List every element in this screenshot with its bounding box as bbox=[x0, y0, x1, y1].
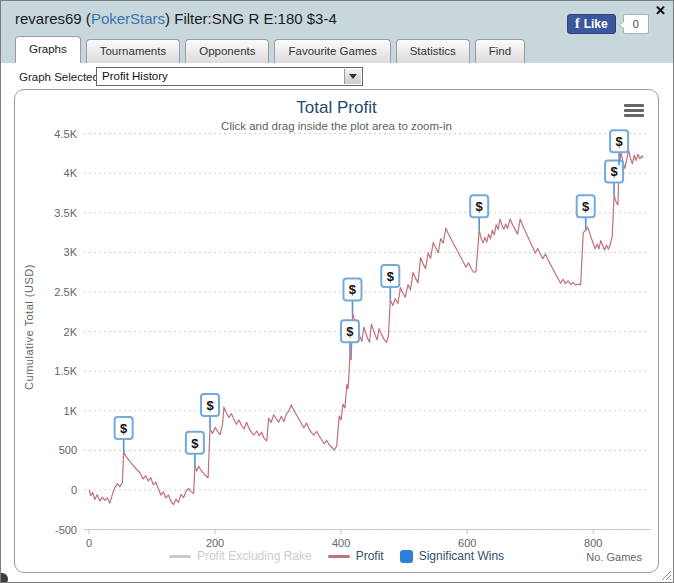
pokerstars-link[interactable]: PokerStars bbox=[91, 10, 165, 27]
facebook-like-count: 0 bbox=[623, 14, 649, 34]
profit-chart-svg[interactable]: -50005001K1.5K2K2.5K3K3.5K4K4.5K02004006… bbox=[15, 90, 660, 574]
svg-text:$: $ bbox=[615, 134, 623, 149]
y-tick-label: 2.5K bbox=[54, 286, 77, 298]
resize-grip[interactable] bbox=[661, 570, 672, 581]
player-name: revares69 ( bbox=[15, 10, 91, 27]
legend-line-icon bbox=[169, 555, 191, 558]
tab-favourite-games[interactable]: Favourite Games bbox=[274, 39, 390, 63]
facebook-like-label: Like bbox=[584, 17, 608, 31]
svg-text:$: $ bbox=[191, 436, 199, 451]
significant-win-marker[interactable]: $ bbox=[470, 195, 488, 230]
tab-statistics[interactable]: Statistics bbox=[396, 39, 470, 63]
svg-text:$: $ bbox=[476, 199, 484, 214]
y-tick-label: 4.5K bbox=[54, 128, 77, 140]
svg-text:$: $ bbox=[349, 282, 357, 297]
significant-win-marker[interactable]: $ bbox=[115, 417, 133, 452]
svg-text:$: $ bbox=[387, 269, 395, 284]
x-tick-label: 400 bbox=[332, 537, 350, 549]
svg-text:$: $ bbox=[206, 398, 214, 413]
y-tick-label: 0 bbox=[71, 484, 77, 496]
svg-text:$: $ bbox=[120, 421, 128, 436]
significant-win-marker[interactable]: $ bbox=[341, 320, 359, 355]
legend-line-icon bbox=[328, 555, 350, 558]
y-tick-label: 500 bbox=[59, 444, 77, 456]
y-tick-label: 1.5K bbox=[54, 365, 77, 377]
significant-win-marker[interactable]: $ bbox=[201, 394, 219, 429]
tab-opponents[interactable]: Opponents bbox=[185, 39, 269, 63]
y-tick-label: -500 bbox=[55, 524, 77, 536]
significant-win-marker[interactable]: $ bbox=[605, 160, 623, 195]
y-tick-label: 2K bbox=[64, 326, 78, 338]
chevron-down-icon[interactable] bbox=[344, 69, 361, 84]
facebook-like-button[interactable]: f Like bbox=[567, 14, 616, 34]
y-tick-label: 3.5K bbox=[54, 207, 77, 219]
y-tick-label: 1K bbox=[64, 405, 78, 417]
tab-find[interactable]: Find bbox=[475, 39, 525, 63]
window-title: revares69 (PokerStars) Filter:SNG R E:18… bbox=[15, 10, 337, 27]
svg-text:$: $ bbox=[582, 199, 590, 214]
svg-text:$: $ bbox=[610, 164, 618, 179]
corner-dot bbox=[0, 573, 8, 583]
x-tick-label: 200 bbox=[206, 537, 224, 549]
profit-line bbox=[89, 150, 643, 505]
legend-item-profit-excluding-rake[interactable]: Profit Excluding Rake bbox=[169, 549, 312, 563]
legend-item-profit[interactable]: Profit bbox=[328, 549, 384, 563]
legend-square-icon bbox=[400, 550, 413, 563]
significant-win-marker[interactable]: $ bbox=[577, 195, 595, 230]
legend-item-significant-wins[interactable]: Significant Wins bbox=[400, 549, 504, 563]
graph-selector-dropdown[interactable]: Profit History bbox=[96, 67, 363, 86]
chart-panel: Total Profit Click and drag inside the p… bbox=[14, 89, 659, 573]
y-tick-label: 3K bbox=[64, 246, 78, 258]
tab-tournaments[interactable]: Tournaments bbox=[86, 39, 180, 63]
facebook-like-widget: f Like 0 bbox=[567, 14, 649, 34]
significant-win-marker[interactable]: $ bbox=[381, 265, 399, 300]
y-tick-label: 4K bbox=[64, 167, 78, 179]
graph-selector-value: Profit History bbox=[102, 70, 168, 82]
filter-text: ) Filter:SNG R E:180 $3-4 bbox=[165, 10, 337, 27]
window-header: revares69 (PokerStars) Filter:SNG R E:18… bbox=[1, 1, 673, 63]
graph-selected-label: Graph Selected: bbox=[19, 71, 102, 83]
x-tick-label: 800 bbox=[584, 537, 602, 549]
significant-win-marker[interactable]: $ bbox=[343, 278, 361, 313]
legend-label: Profit Excluding Rake bbox=[197, 549, 312, 563]
legend-label: Profit bbox=[356, 549, 384, 563]
y-axis-title: Cumulative Total (USD) bbox=[23, 247, 35, 407]
facebook-icon: f bbox=[575, 17, 580, 31]
x-tick-label: 600 bbox=[458, 537, 476, 549]
legend-label: Significant Wins bbox=[419, 549, 504, 563]
x-tick-label: 0 bbox=[86, 537, 92, 549]
svg-text:$: $ bbox=[346, 324, 354, 339]
tab-graphs[interactable]: Graphs bbox=[15, 36, 81, 63]
significant-win-marker[interactable]: $ bbox=[186, 432, 204, 467]
tab-bar: Graphs Tournaments Opponents Favourite G… bbox=[15, 36, 525, 63]
x-axis-title: No. Games bbox=[586, 551, 642, 563]
chart-legend: Profit Excluding RakeProfitSignificant W… bbox=[15, 549, 658, 563]
close-icon[interactable]: ✕ bbox=[655, 4, 666, 17]
